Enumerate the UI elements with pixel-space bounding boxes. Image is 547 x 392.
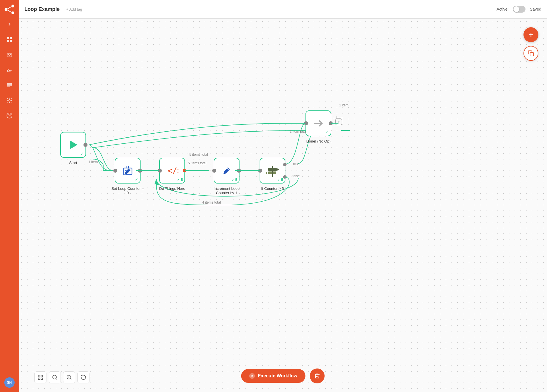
done-label: Done! (No Op) [306, 139, 331, 143]
increment-label: Increment Loop Counter by 1 [209, 186, 244, 195]
set-counter-label: Set Loop Counter = 0 [110, 186, 145, 195]
svg-line-42 [56, 379, 57, 380]
sidebar-nav [0, 30, 19, 373]
svg-rect-39 [38, 378, 40, 380]
done-connector-left [304, 121, 308, 125]
sidebar-item-credentials[interactable] [0, 63, 19, 76]
svg-text:4 items total: 4 items total [202, 200, 221, 204]
if-true-label: true [293, 162, 299, 166]
svg-text:</>: </> [168, 166, 178, 175]
sidebar-item-settings[interactable] [0, 94, 19, 107]
svg-rect-18 [530, 52, 534, 56]
svg-rect-5 [7, 37, 9, 39]
start-edge-label: 1 item [88, 160, 98, 164]
app-logo[interactable] [0, 0, 19, 19]
svg-rect-8 [9, 40, 11, 42]
workflow-title: Loop Example [24, 6, 60, 12]
svg-line-4 [7, 10, 11, 12]
svg-text:1 item total: 1 item total [290, 130, 307, 134]
toggle-knob [513, 6, 519, 12]
svg-rect-38 [41, 375, 43, 377]
fit-button[interactable] [34, 371, 46, 383]
svg-point-9 [7, 70, 9, 72]
set-counter-connector-left [113, 169, 117, 173]
do-things-label: Do Things Here [159, 186, 185, 191]
workflow-canvas[interactable]: ✓ Start 1 item [19, 19, 547, 392]
increment-connector-right [237, 169, 241, 173]
execute-area: Execute Workflow [241, 368, 325, 383]
svg-text:5 items total: 5 items total [188, 161, 207, 165]
zoom-out-button[interactable] [49, 371, 61, 383]
svg-rect-6 [9, 37, 11, 39]
done-top-edge-label: 1 item [339, 103, 349, 107]
do-things-connector-right [183, 169, 186, 172]
if-false-label: false [293, 174, 300, 178]
svg-marker-28 [277, 168, 279, 171]
done-check: ✓ [326, 130, 329, 134]
sidebar-item-executions[interactable] [0, 79, 19, 91]
node-if-counter[interactable]: ✓ 5 If Counter > 5 true false [260, 158, 285, 191]
add-tag-button[interactable]: + Add tag [64, 6, 84, 13]
if-counter-connector-left [258, 169, 262, 173]
zoom-toolbar [34, 371, 89, 383]
workflow-connections: 1 item total 4 items total 5 items total… [19, 19, 546, 391]
svg-line-3 [7, 7, 11, 9]
sidebar-item-overview[interactable] [0, 33, 19, 46]
node-done[interactable]: ✓ Done! (No Op) 1 item + [305, 110, 331, 143]
start-connector-right [83, 143, 87, 147]
increment-count: ✓ 5 [231, 178, 237, 182]
saved-status: Saved [530, 7, 541, 11]
active-label: Active: [497, 7, 509, 11]
zoom-in-button[interactable] [63, 371, 75, 383]
increment-connector-left [212, 169, 216, 173]
svg-rect-40 [41, 378, 43, 380]
reset-button[interactable] [77, 371, 89, 383]
add-node-button[interactable] [523, 27, 538, 42]
sidebar-item-inbox[interactable] [0, 48, 19, 61]
header-right: Active: Saved [497, 6, 541, 13]
if-counter-connector-false [283, 175, 287, 179]
delete-button[interactable] [309, 368, 324, 383]
svg-point-14 [9, 100, 10, 101]
connection-lines [19, 19, 547, 391]
node-do-things[interactable]: </> ✓ 5 Do Things Here 5 items total [159, 158, 185, 191]
if-counter-count: ✓ 5 [277, 178, 283, 182]
sidebar: SH [0, 0, 19, 392]
svg-line-45 [70, 379, 71, 380]
svg-rect-7 [7, 40, 9, 42]
sidebar-bottom: SH [4, 373, 15, 392]
copy-workflow-button[interactable] [523, 46, 538, 61]
svg-marker-30 [266, 171, 267, 174]
sidebar-toggle[interactable] [0, 19, 19, 30]
do-things-count: ✓ 5 [177, 178, 183, 182]
execute-workflow-button[interactable]: Execute Workflow [241, 369, 305, 383]
sidebar-item-help[interactable] [0, 109, 19, 122]
if-counter-connector-true [283, 163, 287, 166]
if-counter-label: If Counter > 5 [261, 186, 284, 191]
node-start[interactable]: ✓ Start 1 item [60, 132, 86, 165]
do-things-connector-left [158, 169, 162, 173]
do-things-edge-label: 5 items total [189, 153, 208, 157]
node-increment[interactable]: ✓ 5 Increment Loop Counter by 1 [209, 158, 244, 195]
svg-point-1 [11, 5, 14, 7]
svg-marker-20 [70, 141, 77, 149]
user-avatar[interactable]: SH [4, 377, 15, 388]
active-toggle[interactable] [513, 6, 525, 13]
start-check: ✓ [80, 151, 84, 156]
main-content: Loop Example + Add tag Active: Saved [19, 0, 547, 392]
node-set-counter[interactable]: ✓ Set Loop Counter = 0 [110, 158, 145, 195]
set-counter-connector-right [138, 169, 142, 173]
done-connector-right [329, 121, 333, 125]
svg-rect-37 [38, 375, 40, 377]
done-add-button[interactable]: + [335, 118, 342, 125]
svg-point-0 [5, 8, 7, 11]
header: Loop Example + Add tag Active: Saved [19, 0, 547, 19]
start-label: Start [69, 161, 77, 165]
set-counter-check: ✓ [135, 177, 138, 182]
svg-point-2 [11, 11, 14, 14]
